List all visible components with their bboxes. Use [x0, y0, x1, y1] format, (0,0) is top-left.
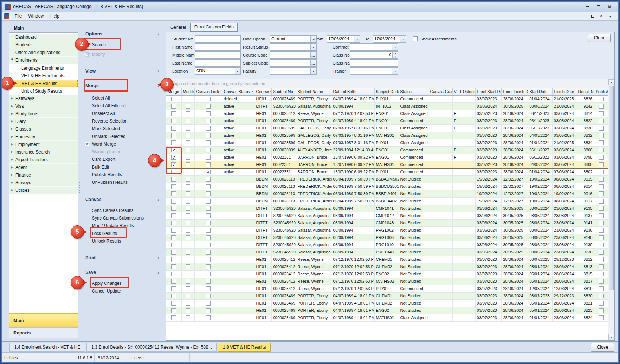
grid-row[interactable]: HE010000025469PORTER, Ebony04/07/1989 4:…	[166, 307, 608, 314]
canvas-lock-result-checkbox[interactable]	[206, 133, 211, 138]
modified-checkbox[interactable]	[186, 213, 190, 218]
canvas-lock-result-checkbox[interactable]	[206, 213, 211, 218]
expand-icon[interactable]: ▶	[11, 166, 15, 169]
merge-checkbox[interactable]	[171, 111, 176, 116]
doc-tab-1-8-vet-he-results[interactable]: 1.8 VET & HE Results	[218, 343, 271, 352]
grid-row[interactable]: DITFTS230045920Salazar, Augustina08/09/1…	[166, 234, 608, 241]
canvas-lock-result-checkbox[interactable]	[206, 155, 211, 160]
grid-row[interactable]: DITFTS230045920Salazar, Augustina08/09/1…	[166, 241, 608, 248]
grid-row[interactable]: BBDM0000026113FREDERICK, Arden06/04/1989…	[166, 197, 608, 205]
action-word-merge[interactable]: WWord Merge	[81, 140, 164, 148]
grid-row[interactable]: deletedHE010000025469PORTER, Ebony04/07/…	[166, 95, 608, 102]
action-select-all[interactable]: Select All	[81, 94, 164, 102]
grid-row[interactable]: activeDITFTS230045920Salazar, Augustina0…	[166, 102, 608, 110]
modified-checkbox[interactable]	[186, 221, 190, 225]
sidebar-item-pathways[interactable]: ▶Pathways	[9, 95, 78, 102]
publish-checkbox[interactable]	[599, 155, 604, 160]
modified-checkbox[interactable]	[186, 315, 190, 320]
canvas-lock-result-checkbox[interactable]	[206, 221, 211, 225]
last-name-input[interactable]	[195, 59, 241, 67]
action-unlock-results[interactable]: Unlock Results	[81, 237, 164, 245]
section-header-merge[interactable]: Merge▲	[81, 82, 164, 90]
merge-checkbox[interactable]	[171, 170, 176, 174]
merge-checkbox[interactable]	[171, 155, 176, 160]
publish-checkbox[interactable]	[599, 272, 604, 276]
merge-checkbox[interactable]	[171, 272, 176, 276]
class-no-spinner[interactable]: 0 ▲▼	[350, 51, 398, 59]
grid-row[interactable]: HE010000025469PORTER, Ebony04/07/1989 4:…	[166, 292, 608, 299]
menu-file[interactable]: File	[11, 12, 25, 20]
sidebar-item-agent[interactable]: ▶Agent	[9, 164, 78, 171]
modified-checkbox[interactable]	[186, 140, 190, 145]
canvas-lock-result-checkbox[interactable]	[206, 206, 211, 211]
merge-checkbox[interactable]	[171, 315, 176, 320]
action-reverse-selection[interactable]: Reverse Selection	[81, 117, 164, 125]
action-bulk-edit[interactable]: Bulk Edit	[81, 163, 164, 171]
canvas-lock-result-checkbox[interactable]	[206, 126, 211, 131]
action-cancel-update[interactable]: Cancel Update	[81, 287, 164, 295]
publish-checkbox[interactable]	[599, 257, 604, 262]
action-publish-results[interactable]: Publish Results	[81, 171, 164, 178]
grid-row[interactable]: activeHE0100022351BARRON, Bruce13/07/199…	[166, 168, 608, 175]
column-header-merge[interactable]: Merge	[166, 88, 181, 95]
mdi-close-button[interactable]: ×	[598, 13, 605, 19]
canvas-lock-result-checkbox[interactable]	[206, 315, 211, 320]
sidebar-item-vet-he-results[interactable]: VET & HE Results	[9, 80, 78, 87]
publish-checkbox[interactable]	[599, 250, 604, 255]
merge-checkbox[interactable]	[171, 213, 176, 218]
publish-checkbox[interactable]	[599, 286, 604, 291]
publish-checkbox[interactable]	[599, 177, 604, 182]
merge-checkbox[interactable]	[171, 199, 176, 204]
canvas-lock-result-checkbox[interactable]	[206, 272, 211, 276]
sidebar-item-dashboard[interactable]: Dashboard	[9, 34, 78, 41]
grid-row[interactable]: HE010000025412Reese, Wynne07/12/1970 12:…	[166, 278, 608, 285]
sidebar-item-offers-and-applications[interactable]: Offers and Applications	[9, 49, 78, 57]
course-code-picker[interactable]: …	[270, 51, 317, 59]
column-header-enrol-finish-date[interactable]: Enrol Finish Dat	[501, 88, 528, 95]
location-select[interactable]: CRN ▼	[195, 67, 241, 75]
merge-checkbox[interactable]	[171, 264, 176, 269]
merge-checkbox[interactable]	[171, 243, 176, 247]
modified-checkbox[interactable]	[186, 133, 190, 138]
grid-row[interactable]: HE010000025469PORTER, Ebony04/07/1989 4:…	[166, 314, 608, 321]
chevron-down-icon[interactable]: ▼	[400, 36, 406, 42]
trainer-select[interactable]: ▼	[350, 67, 398, 75]
grid-row[interactable]: activeHE010000025412Reese, Wynne07/12/19…	[166, 110, 608, 117]
expand-icon[interactable]: ▶	[11, 120, 15, 123]
maximize-button[interactable]	[593, 3, 604, 11]
merge-checkbox[interactable]	[171, 177, 176, 182]
grid-row[interactable]: BBDM0000026113FREDERICK, Arden06/04/1989…	[166, 183, 608, 190]
modified-checkbox[interactable]	[186, 191, 190, 196]
canvas-lock-result-checkbox[interactable]	[206, 111, 211, 116]
chevron-down-icon[interactable]: ▼	[310, 44, 316, 50]
section-header-canvas[interactable]: Canvas▲	[81, 195, 164, 204]
grid-row[interactable]: HE010000025412Reese, Wynne07/12/1970 12:…	[166, 263, 608, 270]
grid-row[interactable]: activeHE0100022351BARRON, Bruce13/07/199…	[166, 161, 608, 168]
modified-checkbox[interactable]	[186, 294, 190, 298]
column-header-canvas-status[interactable]: Canvas Status▼	[222, 88, 255, 95]
action-lock-results[interactable]: Lock Results	[81, 229, 164, 237]
modified-checkbox[interactable]	[186, 184, 190, 189]
column-header-status[interactable]: Status	[399, 88, 429, 95]
publish-checkbox[interactable]	[599, 97, 604, 101]
publish-checkbox[interactable]	[599, 264, 604, 269]
modified-checkbox[interactable]	[186, 177, 190, 182]
sidebar-item-vet-he-enrolments[interactable]: VET & HE Enrolments	[9, 72, 78, 80]
publish-checkbox[interactable]	[599, 235, 604, 240]
publish-checkbox[interactable]	[599, 199, 604, 204]
merge-checkbox[interactable]	[171, 133, 176, 138]
modified-checkbox[interactable]	[186, 243, 190, 247]
modified-checkbox[interactable]	[186, 155, 190, 160]
column-header-result-no[interactable]: Result N	[577, 88, 594, 95]
canvas-lock-result-checkbox[interactable]	[206, 199, 211, 204]
column-header-student-no[interactable]: Student No	[271, 88, 296, 95]
grid-row[interactable]: DITFTS230045920Salazar, Augustina08/09/1…	[166, 226, 608, 234]
class-name-input[interactable]	[350, 59, 398, 67]
merge-checkbox[interactable]	[171, 235, 176, 240]
from-date-select[interactable]: 17/06/2024 ▼	[327, 35, 360, 43]
action-unpublish-results[interactable]: UnPublish Results	[81, 178, 164, 186]
action-map-update-results[interactable]: Map / Update Results	[81, 222, 164, 229]
canvas-lock-result-checkbox[interactable]	[206, 235, 211, 240]
column-header-date-of-birth[interactable]: Date of Birth	[332, 88, 374, 95]
expand-icon[interactable]: ▶	[11, 158, 15, 161]
